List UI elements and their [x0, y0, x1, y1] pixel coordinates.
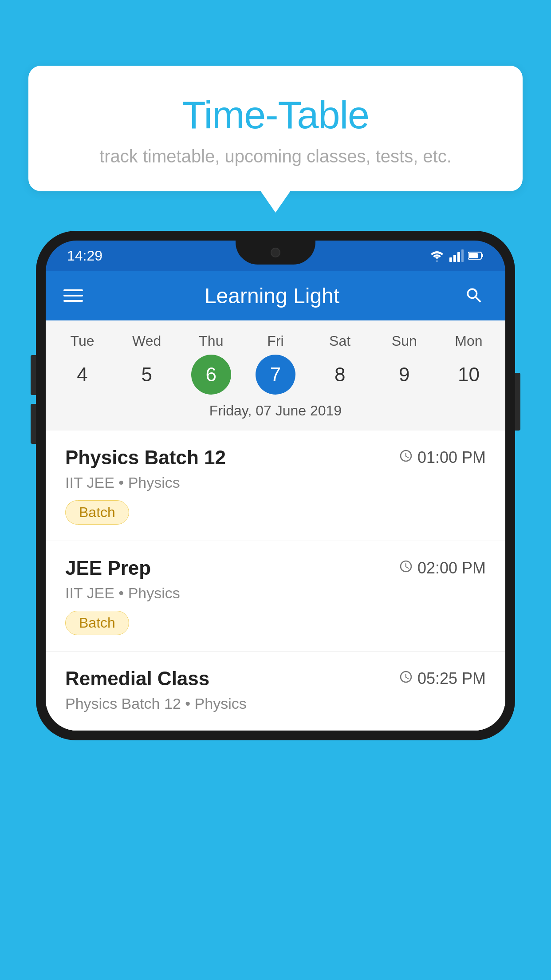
class-subtitle-3: Physics Batch 12 • Physics [65, 695, 486, 712]
battery-icon [468, 251, 484, 260]
day-header-mon: Mon [437, 329, 501, 353]
svg-rect-0 [449, 257, 452, 262]
phone-screen: 14:29 [46, 241, 505, 731]
front-camera [271, 248, 280, 257]
day-9[interactable]: 9 [372, 355, 437, 395]
day-numbers: 4 5 6 7 8 9 10 [46, 353, 505, 399]
calendar-strip: Tue Wed Thu Fri Sat Sun Mon 4 5 6 7 8 9 … [46, 320, 505, 431]
signal-icon [449, 249, 464, 262]
app-bar-title: Learning Light [97, 284, 447, 308]
class-item-3[interactable]: Remedial Class 05:25 PM Physics Batch 12… [46, 652, 505, 731]
search-icon [464, 286, 484, 305]
day-8[interactable]: 8 [308, 355, 372, 395]
svg-rect-2 [457, 252, 460, 262]
day-header-wed: Wed [114, 329, 179, 353]
wifi-icon [429, 249, 445, 262]
class-name-3: Remedial Class [65, 668, 209, 690]
status-icons [429, 249, 484, 262]
power-button[interactable] [515, 373, 520, 431]
class-item-1[interactable]: Physics Batch 12 01:00 PM IIT JEE • Phys… [46, 431, 505, 541]
phone-mockup: 14:29 [36, 231, 515, 740]
date-label: Friday, 07 June 2019 [46, 399, 505, 426]
volume-up-button[interactable] [31, 355, 36, 395]
day-7-selected[interactable]: 7 [256, 355, 295, 395]
day-header-sat: Sat [308, 329, 372, 353]
class-time-1: 01:00 PM [399, 448, 486, 467]
volume-down-button[interactable] [31, 404, 36, 444]
app-bar: Learning Light [46, 271, 505, 320]
day-header-fri: Fri [243, 329, 307, 353]
class-list: Physics Batch 12 01:00 PM IIT JEE • Phys… [46, 431, 505, 731]
clock-icon-2 [399, 559, 413, 577]
class-subtitle-2: IIT JEE • Physics [65, 585, 486, 602]
day-10[interactable]: 10 [437, 355, 501, 395]
batch-badge-1: Batch [65, 500, 129, 525]
app-title-heading: Time-Table [46, 92, 505, 138]
class-item-2[interactable]: JEE Prep 02:00 PM IIT JEE • Physics Batc… [46, 541, 505, 652]
svg-rect-3 [461, 249, 464, 262]
menu-button[interactable] [63, 289, 83, 302]
day-header-tue: Tue [50, 329, 114, 353]
svg-rect-5 [481, 254, 483, 257]
app-subtitle: track timetable, upcoming classes, tests… [46, 146, 505, 166]
class-time-text-2: 02:00 PM [417, 559, 486, 577]
svg-rect-1 [453, 255, 456, 262]
class-time-text-3: 05:25 PM [417, 669, 486, 688]
speech-bubble-container: Time-Table track timetable, upcoming cla… [28, 66, 523, 191]
speech-bubble: Time-Table track timetable, upcoming cla… [28, 66, 523, 191]
class-item-2-header: JEE Prep 02:00 PM [65, 557, 486, 579]
day-4[interactable]: 4 [50, 355, 114, 395]
status-time: 14:29 [67, 248, 102, 264]
day-header-sun: Sun [372, 329, 437, 353]
day-5[interactable]: 5 [114, 355, 179, 395]
clock-icon-3 [399, 670, 413, 688]
clock-icon-1 [399, 449, 413, 466]
day-6-today[interactable]: 6 [191, 355, 231, 395]
search-button[interactable] [461, 282, 488, 309]
class-item-3-header: Remedial Class 05:25 PM [65, 668, 486, 690]
class-name-2: JEE Prep [65, 557, 151, 579]
class-time-3: 05:25 PM [399, 669, 486, 688]
class-name-1: Physics Batch 12 [65, 447, 226, 469]
batch-badge-2: Batch [65, 611, 129, 635]
class-item-1-header: Physics Batch 12 01:00 PM [65, 447, 486, 469]
class-time-text-1: 01:00 PM [417, 448, 486, 467]
class-subtitle-1: IIT JEE • Physics [65, 474, 486, 491]
day-headers: Tue Wed Thu Fri Sat Sun Mon [46, 329, 505, 353]
svg-rect-6 [469, 253, 478, 258]
notch [236, 241, 315, 265]
phone-outer: 14:29 [36, 231, 515, 740]
class-time-2: 02:00 PM [399, 559, 486, 577]
day-header-thu: Thu [179, 329, 243, 353]
